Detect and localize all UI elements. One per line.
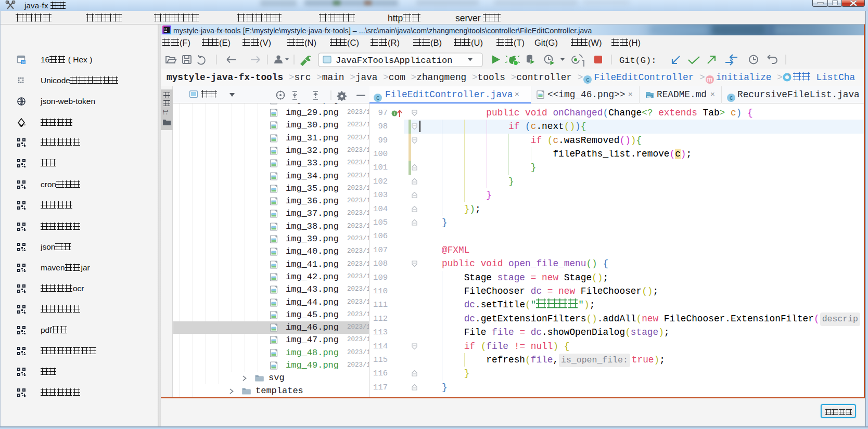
svg-text:I: I — [394, 111, 395, 116]
svg-text:16: 16 — [21, 61, 25, 64]
svg-text:MD: MD — [647, 95, 652, 98]
svg-text:IJ: IJ — [164, 28, 167, 31]
svg-text:JavaFxToolsApplication: JavaFxToolsApplication — [336, 56, 452, 66]
svg-text:Git(G):: Git(G): — [619, 56, 656, 66]
